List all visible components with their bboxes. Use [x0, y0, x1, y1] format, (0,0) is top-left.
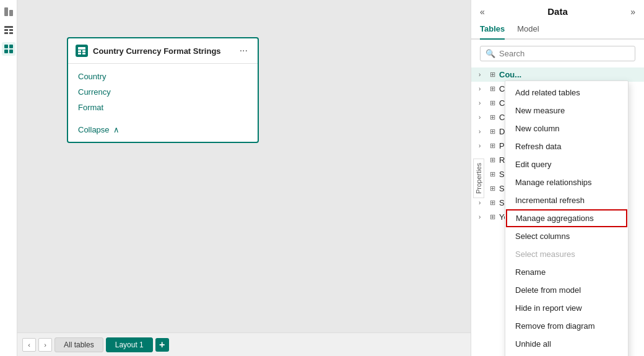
svg-rect-13	[82, 50, 85, 52]
svg-rect-7	[4, 45, 8, 48]
search-input[interactable]	[499, 49, 630, 58]
table-grid-icon: ⊞	[490, 142, 495, 150]
collapse-label: Collapse	[78, 125, 110, 134]
menu-item-new-column[interactable]: New column	[505, 119, 628, 137]
menu-item-delete-from-model[interactable]: Delete from model	[505, 281, 628, 299]
all-tables-tab[interactable]: All tables	[54, 337, 103, 352]
chevron-right-icon: ›	[479, 100, 486, 106]
chevron-right-icon: ›	[479, 71, 486, 78]
layout1-tab[interactable]: Layout 1	[106, 337, 153, 352]
chevron-right-icon: ›	[479, 199, 486, 206]
table-card-more-button[interactable]: ···	[237, 45, 250, 56]
collapse-chevron-icon: ∧	[113, 125, 120, 134]
left-sidebar	[0, 0, 17, 356]
svg-rect-6	[9, 32, 13, 34]
table-list-item-label: Cou...	[499, 70, 639, 79]
menu-item-refresh-data[interactable]: Refresh data	[505, 137, 628, 155]
svg-rect-5	[4, 32, 8, 34]
chevron-right-icon: ›	[479, 142, 486, 149]
report-view-icon[interactable]	[2, 5, 15, 19]
svg-rect-8	[9, 45, 13, 48]
table-grid-icon: ⊞	[490, 199, 495, 207]
nav-next-button[interactable]: ›	[38, 338, 52, 352]
svg-rect-1	[9, 10, 13, 16]
table-grid-icon: ⊞	[490, 99, 495, 107]
chevron-right-icon: ›	[479, 214, 486, 220]
table-card: Country Currency Format Strings ··· Coun…	[67, 37, 259, 143]
menu-item-add-related-tables[interactable]: Add related tables	[505, 84, 628, 102]
table-grid-icon: ⊞	[490, 85, 495, 93]
menu-item-edit-query[interactable]: Edit query	[505, 155, 628, 173]
tab-model[interactable]: Model	[517, 20, 539, 40]
panel-collapse-left-button[interactable]: «	[480, 7, 485, 17]
table-card-icon	[76, 45, 88, 57]
model-view-icon[interactable]	[2, 42, 15, 56]
bottom-bar: ‹ › All tables Layout 1 +	[17, 332, 471, 356]
menu-item-remove-from-diagram[interactable]: Remove from diagram	[505, 317, 628, 335]
nav-prev-button[interactable]: ‹	[22, 338, 36, 352]
menu-item-new-measure[interactable]: New measure	[505, 102, 628, 119]
svg-rect-3	[4, 29, 8, 31]
panel-collapse-right-button[interactable]: »	[630, 7, 635, 17]
menu-item-manage-aggregations[interactable]: Manage aggregations	[506, 209, 627, 227]
table-card-fields: Country Currency Format	[68, 64, 258, 120]
panel-title: Data	[547, 6, 568, 17]
menu-item-select-measures: Select measures	[505, 245, 628, 263]
svg-rect-12	[78, 50, 81, 52]
table-card-header: Country Currency Format Strings ···	[68, 38, 258, 64]
add-tab-button[interactable]: +	[155, 338, 169, 352]
menu-item-incremental-refresh[interactable]: Incremental refresh	[505, 191, 628, 209]
menu-item-unhide-all[interactable]: Unhide all	[505, 335, 628, 353]
table-grid-icon: ⊞	[490, 213, 495, 221]
right-panel-header: « Data »	[471, 0, 644, 20]
table-view-icon[interactable]	[2, 24, 15, 37]
panel-search-container: 🔍	[480, 46, 635, 61]
field-format[interactable]: Format	[78, 100, 248, 115]
context-menu: Add related tables New measure New colum…	[505, 80, 629, 356]
menu-item-select-columns[interactable]: Select columns	[505, 227, 628, 245]
table-grid-icon: ⊞	[490, 185, 495, 193]
table-card-title: Country Currency Format Strings	[93, 46, 232, 56]
svg-rect-2	[4, 26, 13, 28]
chevron-right-icon: ›	[479, 85, 486, 92]
menu-item-collapse-all[interactable]: Collapse all	[505, 353, 628, 356]
svg-rect-10	[9, 50, 13, 53]
table-card-collapse[interactable]: Collapse ∧	[68, 120, 258, 142]
tab-tables[interactable]: Tables	[480, 20, 505, 40]
svg-rect-11	[78, 47, 85, 50]
field-country[interactable]: Country	[78, 69, 248, 84]
table-grid-icon: ⊞	[490, 156, 495, 164]
table-grid-icon: ⊞	[490, 128, 495, 136]
chevron-right-icon: ›	[479, 128, 486, 135]
search-icon: 🔍	[485, 49, 495, 58]
panel-tabs: Tables Model	[471, 20, 644, 40]
properties-label: Properties	[473, 158, 484, 198]
chevron-right-icon: ›	[479, 114, 486, 121]
canvas-area: Country Currency Format Strings ··· Coun…	[17, 0, 471, 356]
table-grid-icon: ⊞	[490, 71, 495, 79]
svg-rect-4	[9, 29, 13, 31]
svg-rect-9	[4, 50, 8, 53]
svg-rect-0	[4, 7, 8, 16]
list-item[interactable]: › ⊞ Cou...	[471, 67, 644, 82]
svg-rect-14	[78, 53, 81, 54]
field-currency[interactable]: Currency	[78, 84, 248, 100]
right-panel: Properties « Data » Tables Model 🔍 › ⊞ C…	[471, 0, 644, 356]
table-grid-icon: ⊞	[490, 170, 495, 178]
menu-item-hide-in-report-view[interactable]: Hide in report view	[505, 299, 628, 317]
svg-rect-15	[82, 53, 85, 54]
menu-item-rename[interactable]: Rename	[505, 263, 628, 281]
menu-item-manage-relationships[interactable]: Manage relationships	[505, 173, 628, 191]
table-grid-icon: ⊞	[490, 113, 495, 121]
